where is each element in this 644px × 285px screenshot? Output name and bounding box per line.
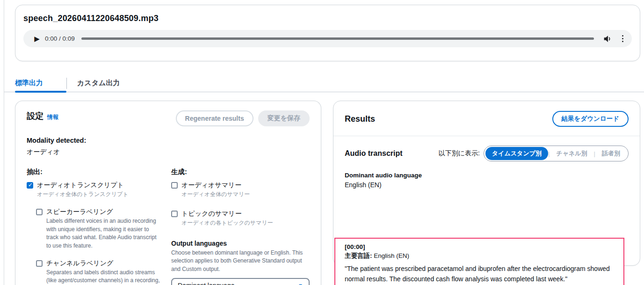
segment-language-label: 主要言語:	[345, 252, 372, 259]
output-tabs: 標準出力 カスタム出力	[4, 74, 644, 92]
player-menu-icon[interactable]	[620, 33, 626, 44]
dominant-language-label: Dominant audio language	[345, 172, 629, 179]
checkbox-label: スピーカーラベリング	[46, 208, 160, 216]
checkbox-item-speaker-labeling: スピーカーラベリング Labels different voices in an…	[36, 208, 160, 250]
checkbox-item-audio-summary: オーディオサマリー オーディオ全体のサマリー	[171, 181, 310, 198]
volume-icon[interactable]	[602, 34, 613, 44]
checkbox-item-channel-labeling: チャンネルラベリング Separates and labels distinct…	[36, 259, 160, 285]
tab-divider	[66, 78, 67, 89]
modality-detected-value: オーディオ	[27, 148, 310, 156]
save-changes-button[interactable]: 変更を保存	[258, 110, 310, 126]
checkbox-label: オーディオトランスクリプト	[37, 181, 129, 190]
checkbox-desc: Separates and labels distinct audio stre…	[46, 269, 160, 285]
active-tab-underline	[15, 91, 66, 93]
regenerate-results-button[interactable]: Regenerate results	[176, 110, 253, 126]
checkbox-item-topic-summary: トピックのサマリー オーディオの各トピックのサマリー	[171, 210, 310, 227]
checkbox-desc: Labels different voices in an audio reco…	[46, 217, 160, 250]
generate-heading: 生成:	[171, 168, 310, 176]
segment-language-value: English (EN)	[374, 252, 409, 259]
page: speech_20260411220648509.mp3 ▶ 0:00 / 0:…	[4, 0, 644, 285]
channel-labeling-checkbox[interactable]	[36, 260, 43, 267]
results-title: Results	[345, 114, 375, 124]
chevron-down-icon: ▼	[298, 283, 303, 285]
speaker-labeling-checkbox[interactable]	[36, 209, 43, 215]
transcript-segment-highlight[interactable]: [00:00] 主要言語: English (EN) "The patient …	[334, 238, 624, 285]
dominant-language-value: English (EN)	[345, 181, 629, 189]
play-button[interactable]: ▶	[30, 32, 44, 46]
audio-summary-checkbox[interactable]	[171, 182, 178, 189]
view-by-channel[interactable]: チャネル別	[550, 147, 593, 160]
topic-summary-checkbox[interactable]	[171, 211, 178, 217]
audio-file-card: speech_20260411220648509.mp3 ▶ 0:00 / 0:…	[15, 5, 640, 61]
output-language-select[interactable]: Dominant language ▼	[171, 278, 310, 285]
checkbox-label: オーディオサマリー	[181, 181, 250, 190]
checkbox-label: チャンネルラベリング	[46, 259, 160, 268]
audio-transcript-checkbox[interactable]	[27, 182, 33, 189]
output-languages-heading: Output languages	[171, 240, 310, 247]
segment-timestamp: [00:00]	[345, 243, 614, 250]
view-by-speaker[interactable]: 話者別	[595, 147, 627, 160]
checkbox-desc: オーディオの各トピックのサマリー	[181, 219, 273, 227]
extract-heading: 抽出:	[27, 168, 160, 176]
info-link[interactable]: 情報	[47, 113, 58, 121]
results-panel: Results 結果をダウンロード Audio transcript 以下別に表…	[333, 101, 640, 266]
tab-standard-output[interactable]: 標準出力	[7, 76, 51, 90]
view-by-timestamp[interactable]: タイムスタンプ別	[485, 147, 548, 160]
download-results-button[interactable]: 結果をダウンロード	[552, 111, 629, 127]
view-mode-segmented-control: タイムスタンプ別 | チャネル別 | 話者別	[484, 146, 629, 161]
checkbox-item-audio-transcript: オーディオトランスクリプト オーディオ全体のトランスクリプト	[27, 181, 160, 198]
audio-transcript-heading: Audio transcript	[345, 149, 403, 158]
audio-player[interactable]: ▶ 0:00 / 0:09	[23, 30, 632, 47]
view-by-label: 以下別に表示:	[439, 149, 480, 158]
settings-title: 設定	[27, 110, 43, 122]
settings-panel: 設定 情報 Regenerate results 変更を保存 Modality …	[15, 101, 321, 285]
playback-time: 0:00 / 0:09	[45, 35, 75, 42]
checkbox-desc: オーディオ全体のサマリー	[181, 190, 250, 198]
selected-language: Dominant language	[178, 282, 234, 285]
segment-transcript-text: "The patient was prescribed paracetamol …	[345, 264, 614, 284]
checkbox-desc: オーディオ全体のトランスクリプト	[37, 190, 129, 198]
modality-detected-label: Modality detected:	[27, 137, 310, 144]
checkbox-label: トピックのサマリー	[181, 210, 273, 218]
seek-bar[interactable]	[81, 37, 594, 40]
output-languages-desc: Choose between dominant language or Engl…	[171, 249, 308, 273]
audio-filename: speech_20260411220648509.mp3	[23, 13, 632, 30]
tab-custom-output[interactable]: カスタム出力	[70, 76, 127, 90]
